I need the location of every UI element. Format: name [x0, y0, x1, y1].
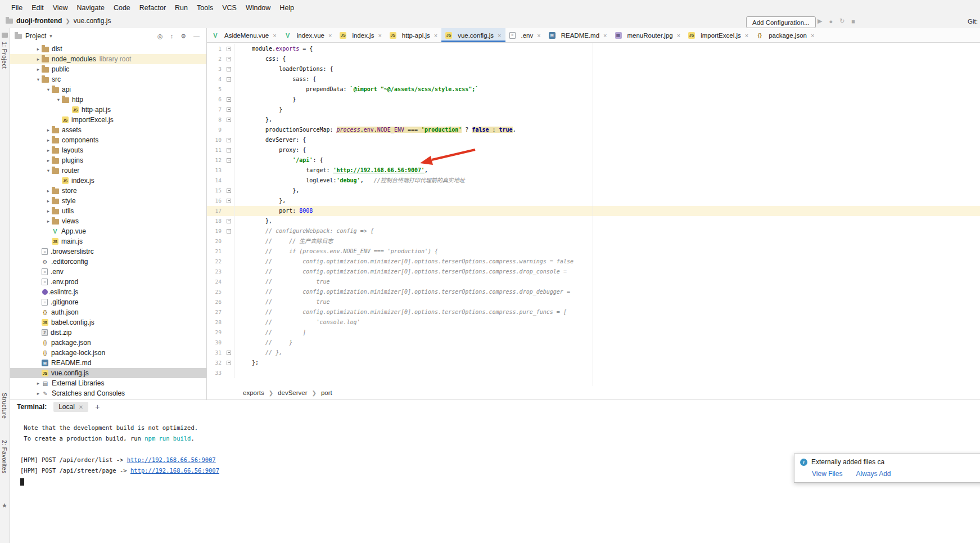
code-line[interactable]: 29 // ] [207, 327, 980, 338]
fold-marker-icon[interactable] [227, 158, 231, 163]
restart-icon[interactable]: ↻ [839, 17, 844, 25]
close-icon[interactable]: × [745, 32, 748, 39]
terminal-output[interactable]: Note that the development build is not o… [10, 423, 980, 543]
tree-item--browserslistrc[interactable]: ≡.browserslistrc [10, 246, 206, 257]
close-icon[interactable]: ✕ [79, 404, 83, 410]
tree-item--eslintrc-js[interactable]: .eslintrc.js [10, 287, 206, 297]
tree-item-babel-config-js[interactable]: JSbabel.config.js [10, 317, 206, 327]
breadcrumb-port[interactable]: port [321, 389, 332, 396]
editor-tab-index-vue[interactable]: Vindex.vue× [281, 28, 336, 42]
code-line[interactable]: 33 [207, 368, 980, 378]
fold-marker-icon[interactable] [227, 199, 231, 203]
close-icon[interactable]: × [537, 32, 540, 39]
settings-icon[interactable]: ⚙ [180, 33, 186, 40]
tree-item-scratches-and-consoles[interactable]: ▸✎Scratches and Consoles [10, 388, 206, 398]
close-icon[interactable]: × [328, 32, 332, 39]
tree-item-readme-md[interactable]: MREADME.md [10, 358, 206, 368]
code-line[interactable]: 18 }, [207, 216, 980, 226]
hide-icon[interactable]: — [193, 33, 200, 40]
code-line[interactable]: 24 // true [207, 277, 980, 287]
stripe-project-button[interactable]: 1: Project [1, 42, 8, 69]
run-icon[interactable]: ▶ [818, 17, 822, 25]
git-label[interactable]: Git: [968, 18, 978, 25]
code-line[interactable]: 11 proxy: { [207, 145, 980, 155]
tree-item-vue-config-js[interactable]: JSvue.config.js [10, 368, 206, 378]
tree-item-http[interactable]: ▾http [10, 95, 206, 105]
code-line[interactable]: 8 }, [207, 115, 980, 125]
tree-chevron-icon[interactable]: ▾ [55, 97, 62, 102]
locate-icon[interactable]: ◎ [157, 33, 163, 40]
tree-item-assets[interactable]: ▸assets [10, 125, 206, 135]
editor-tab-index-js[interactable]: JSindex.js× [336, 28, 385, 42]
tree-item--env[interactable]: ≡.env [10, 267, 206, 277]
always-add-link[interactable]: Always Add [856, 470, 891, 478]
fold-marker-icon[interactable] [227, 148, 231, 152]
tree-item-router[interactable]: ▾router [10, 165, 206, 176]
fold-marker-icon[interactable] [227, 67, 231, 71]
close-icon[interactable]: × [434, 32, 437, 39]
tree-item-components[interactable]: ▸components [10, 135, 206, 145]
close-icon[interactable]: × [603, 32, 607, 39]
code-line[interactable]: 27 // config.optimization.minimizer[0].o… [207, 307, 980, 317]
close-icon[interactable]: × [273, 32, 276, 39]
fold-marker-icon[interactable] [227, 118, 231, 122]
code-line[interactable]: 26 // true [207, 297, 980, 307]
close-icon[interactable]: × [677, 32, 680, 39]
tree-item-api[interactable]: ▾api [10, 84, 206, 95]
tree-chevron-icon[interactable]: ▸ [45, 218, 52, 224]
code-line[interactable]: 17 port: 8008 [207, 206, 980, 216]
tree-chevron-icon[interactable]: ▸ [45, 208, 52, 214]
code-line[interactable]: 16 }, [207, 196, 980, 206]
fold-marker-icon[interactable] [227, 361, 231, 365]
new-terminal-button[interactable]: + [95, 402, 100, 411]
terminal-tab-local[interactable]: Local ✕ [53, 402, 88, 412]
menu-help[interactable]: Help [275, 2, 299, 14]
fold-marker-icon[interactable] [227, 351, 231, 355]
code-line[interactable]: 4 sass: { [207, 74, 980, 84]
code-line[interactable]: 3 loaderOptions: { [207, 64, 980, 74]
tree-item-layouts[interactable]: ▸layouts [10, 145, 206, 155]
menu-run[interactable]: Run [170, 2, 192, 14]
tree-item-views[interactable]: ▸views [10, 216, 206, 226]
tree-chevron-icon[interactable]: ▸ [45, 127, 52, 133]
tree-item-node-modules[interactable]: ▸node_moduleslibrary root [10, 54, 206, 64]
tree-item--editorconfig[interactable]: ⚙.editorconfig [10, 257, 206, 267]
editor-tab-package-json[interactable]: {}package.json× [752, 28, 818, 42]
tree-chevron-icon[interactable]: ▸ [45, 147, 52, 153]
breadcrumb-exports[interactable]: exports [243, 389, 264, 396]
code-line[interactable]: 7 } [207, 105, 980, 115]
code-line[interactable]: 30 // } [207, 338, 980, 348]
tree-item-main-js[interactable]: JSmain.js [10, 236, 206, 246]
fold-marker-icon[interactable] [227, 97, 231, 102]
tree-chevron-icon[interactable]: ▾ [45, 168, 52, 173]
project-view-selector[interactable]: Project [25, 32, 46, 40]
tree-item-dist[interactable]: ▸dist [10, 44, 206, 54]
tree-item-src[interactable]: ▾src [10, 74, 206, 84]
tree-item--env-prod[interactable]: ≡.env.prod [10, 277, 206, 287]
tree-item-app-vue[interactable]: VApp.vue [10, 226, 206, 236]
tree-item-auth-json[interactable]: {}auth.json [10, 307, 206, 317]
fold-marker-icon[interactable] [227, 219, 231, 223]
code-line[interactable]: 9 productionSourceMap: process.env.NODE_… [207, 125, 980, 135]
code-line[interactable]: 12 '/api': { [207, 155, 980, 165]
code-line[interactable]: 5 prependData: `@import "~@/assets/scss/… [207, 84, 980, 95]
menu-view[interactable]: View [48, 2, 73, 14]
code-line[interactable]: 2 css: { [207, 54, 980, 64]
code-line[interactable]: 31 // }, [207, 348, 980, 358]
tree-chevron-icon[interactable]: ▸ [45, 158, 52, 163]
fold-marker-icon[interactable] [227, 47, 231, 51]
editor-tab-readme-md[interactable]: MREADME.md× [545, 28, 611, 42]
tree-chevron-icon[interactable]: ▸ [35, 66, 42, 72]
fold-marker-icon[interactable] [227, 57, 231, 61]
code-line[interactable]: 22 // config.optimization.minimizer[0].o… [207, 257, 980, 267]
code-line[interactable]: 6 } [207, 95, 980, 105]
code-line[interactable]: 13 target: 'http://192.168.66.56:9007', [207, 165, 980, 176]
tree-chevron-icon[interactable]: ▸ [45, 188, 52, 194]
close-icon[interactable]: × [378, 32, 381, 39]
terminal-link[interactable]: http://192.168.66.56:9007 [130, 467, 219, 474]
editor-tab-vue-config-js[interactable]: JSvue.config.js× [441, 28, 505, 42]
code-line[interactable]: 20 // // 生产去除日志 [207, 236, 980, 246]
tree-item-style[interactable]: ▸style [10, 196, 206, 206]
tree-item-index-js[interactable]: JSindex.js [10, 176, 206, 186]
close-icon[interactable]: × [811, 32, 814, 39]
